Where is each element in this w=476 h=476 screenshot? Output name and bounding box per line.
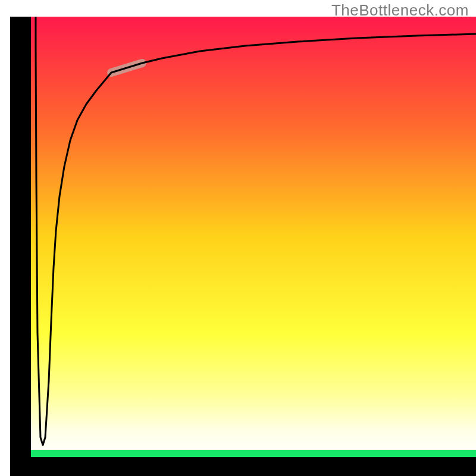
bottleneck-chart bbox=[0, 0, 476, 476]
chart-container: TheBottleneck.com bbox=[0, 0, 476, 476]
green-baseline-stripe bbox=[31, 450, 476, 457]
axis-left bbox=[10, 17, 31, 461]
plot-background bbox=[31, 17, 476, 457]
axis-bottom bbox=[10, 457, 476, 476]
watermark-text: TheBottleneck.com bbox=[331, 1, 469, 20]
